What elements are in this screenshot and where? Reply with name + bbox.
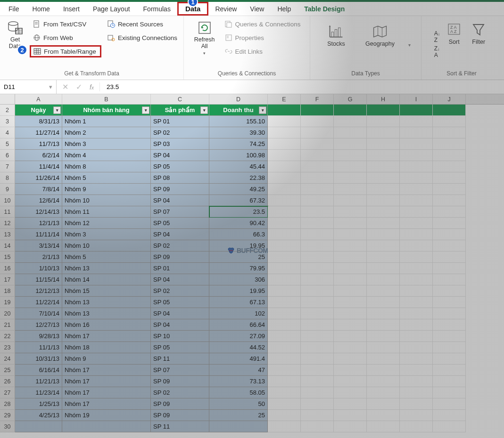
empty-cell[interactable] (433, 161, 466, 172)
cell[interactable]: Nhóm 2 (62, 127, 151, 138)
row-head[interactable]: 29 (0, 410, 15, 421)
table-header-cell[interactable]: Doanh thu▾ (209, 105, 268, 116)
cell[interactable]: Nhóm 17 (62, 376, 151, 387)
cell[interactable]: Nhóm 3 (62, 229, 151, 240)
empty-cell[interactable] (301, 353, 334, 365)
row-head[interactable]: 17 (0, 274, 15, 285)
cell[interactable]: SP 09 (151, 251, 209, 263)
empty-cell[interactable] (334, 342, 367, 353)
cell[interactable]: 66.3 (209, 229, 268, 240)
empty-cell[interactable] (334, 218, 367, 229)
empty-cell[interactable] (400, 116, 433, 127)
empty-cell[interactable] (301, 161, 334, 172)
cell[interactable]: SP 02 (151, 127, 209, 138)
empty-cell[interactable] (334, 138, 367, 150)
cell[interactable]: 3/13/14 (15, 240, 62, 251)
cell[interactable]: Nhóm 16 (62, 319, 151, 331)
col-head-D[interactable]: D (209, 94, 268, 104)
tab-table-design[interactable]: Table Design (297, 2, 351, 16)
empty-cell[interactable] (301, 297, 334, 308)
empty-cell[interactable] (433, 297, 466, 308)
empty-cell[interactable] (301, 251, 334, 263)
empty-cell[interactable] (301, 127, 334, 138)
empty-cell[interactable] (400, 229, 433, 240)
table-header-cell[interactable]: Nhóm bán hàng▾ (62, 105, 151, 116)
cell[interactable]: 1/25/13 (15, 398, 62, 410)
cell[interactable]: 7/10/14 (15, 308, 62, 319)
cell[interactable]: 10/31/13 (15, 353, 62, 365)
cell[interactable]: 6/16/14 (15, 365, 62, 376)
empty-cell[interactable] (367, 195, 400, 206)
cell[interactable]: Nhóm 15 (62, 285, 151, 297)
cell[interactable]: 11/15/14 (15, 274, 62, 285)
cell[interactable]: 12/1/13 (15, 218, 62, 229)
empty-cell[interactable] (268, 195, 301, 206)
filter-dropdown-icon[interactable]: ▾ (142, 106, 149, 114)
empty-cell[interactable] (334, 229, 367, 240)
row-head[interactable]: 2 (0, 105, 15, 116)
empty-cell[interactable] (268, 285, 301, 297)
row-head[interactable]: 19 (0, 297, 15, 308)
edit-links-button[interactable]: Edit Links (222, 45, 304, 57)
cell[interactable]: SP 09 (151, 410, 209, 421)
empty-cell[interactable] (268, 263, 301, 274)
row-head[interactable]: 8 (0, 172, 15, 184)
empty-cell[interactable] (433, 138, 466, 150)
empty-cell[interactable] (334, 285, 367, 297)
empty-cell[interactable] (367, 218, 400, 229)
empty-cell[interactable] (400, 387, 433, 398)
empty-cell[interactable] (268, 274, 301, 285)
empty-cell[interactable] (268, 319, 301, 331)
empty-cell[interactable] (433, 342, 466, 353)
cell[interactable]: SP 09 (151, 376, 209, 387)
row-head[interactable]: 25 (0, 365, 15, 376)
empty-cell[interactable] (433, 398, 466, 410)
cell[interactable]: Nhóm 17 (62, 387, 151, 398)
empty-cell[interactable] (400, 342, 433, 353)
empty-cell[interactable] (367, 184, 400, 195)
cell[interactable]: 45.44 (209, 161, 268, 172)
cancel-icon[interactable]: ✕ (62, 82, 68, 91)
empty-cell[interactable] (334, 206, 367, 218)
row-head[interactable]: 10 (0, 195, 15, 206)
empty-cell[interactable] (433, 410, 466, 421)
cell[interactable]: SP 04 (151, 150, 209, 161)
empty-cell[interactable] (268, 127, 301, 138)
cell[interactable]: Nhóm 4 (62, 150, 151, 161)
data-types-expand[interactable]: ▾ (408, 22, 411, 68)
empty-cell[interactable] (301, 105, 334, 116)
row-head[interactable]: 20 (0, 308, 15, 319)
empty-cell[interactable] (301, 138, 334, 150)
empty-cell[interactable] (268, 172, 301, 184)
cell[interactable] (62, 421, 151, 432)
empty-cell[interactable] (268, 251, 301, 263)
cell[interactable]: 19.95 (209, 285, 268, 297)
empty-cell[interactable] (367, 421, 400, 432)
empty-cell[interactable] (268, 421, 301, 432)
row-head[interactable]: 4 (0, 127, 15, 138)
cell[interactable]: 11/7/13 (15, 138, 62, 150)
tab-data[interactable]: Data 1 (177, 2, 209, 16)
cell[interactable]: SP 08 (151, 172, 209, 184)
empty-cell[interactable] (367, 116, 400, 127)
empty-cell[interactable] (400, 172, 433, 184)
empty-cell[interactable] (334, 319, 367, 331)
empty-cell[interactable] (301, 206, 334, 218)
cell[interactable]: SP 07 (151, 206, 209, 218)
col-head-G[interactable]: G (334, 94, 367, 104)
tab-help[interactable]: Help (271, 2, 297, 16)
empty-cell[interactable] (268, 376, 301, 387)
cell[interactable]: Nhóm 10 (62, 240, 151, 251)
empty-cell[interactable] (367, 387, 400, 398)
tab-insert[interactable]: Insert (57, 2, 86, 16)
empty-cell[interactable] (367, 127, 400, 138)
empty-cell[interactable] (268, 229, 301, 240)
row-head[interactable]: 14 (0, 240, 15, 251)
cell[interactable]: 11/4/14 (15, 161, 62, 172)
cell[interactable]: 155.10 (209, 116, 268, 127)
empty-cell[interactable] (367, 308, 400, 319)
name-box[interactable]: D11 ▾ (0, 80, 57, 94)
empty-cell[interactable] (400, 376, 433, 387)
empty-cell[interactable] (301, 342, 334, 353)
empty-cell[interactable] (268, 297, 301, 308)
